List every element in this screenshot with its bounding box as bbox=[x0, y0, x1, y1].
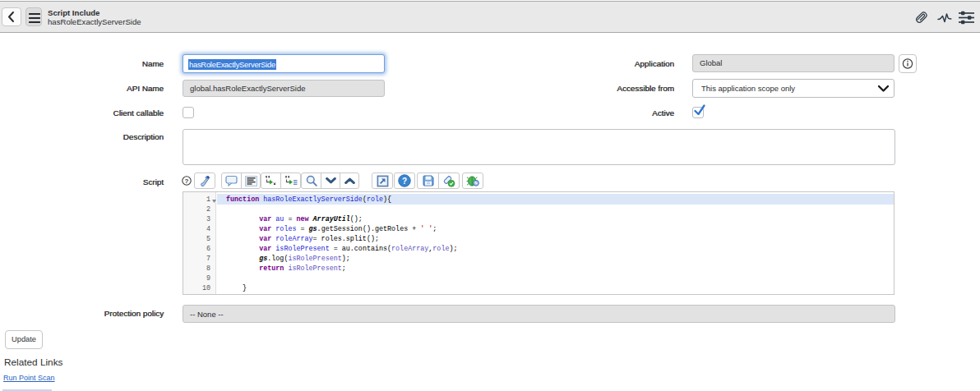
svg-text:?: ? bbox=[402, 177, 407, 186]
svg-text:?: ? bbox=[185, 177, 189, 185]
